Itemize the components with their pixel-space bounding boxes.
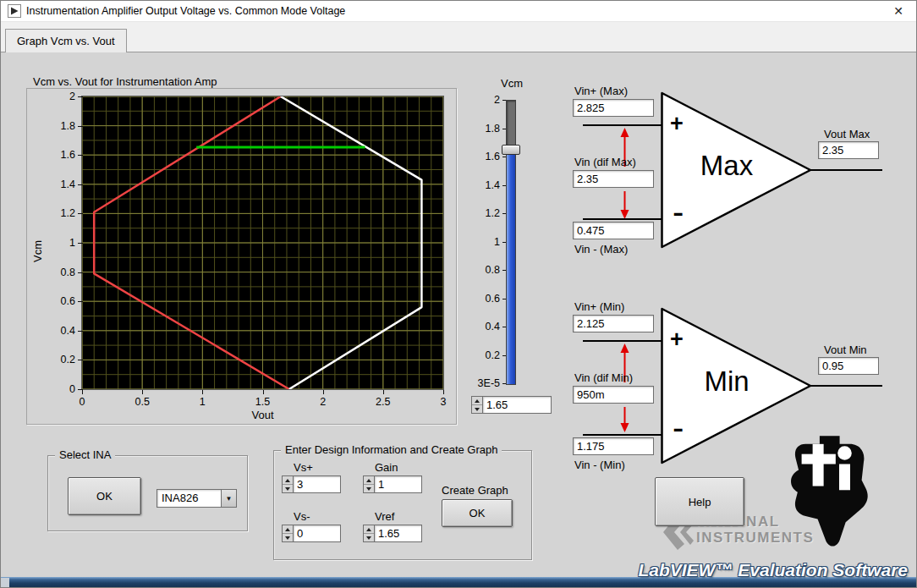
x-tick-label: 0 xyxy=(68,396,96,408)
y-tick-label: 1.4 xyxy=(35,179,75,191)
decrement-icon[interactable] xyxy=(283,534,293,541)
decrement-icon[interactable] xyxy=(283,485,293,492)
slider-tick-label: 1.4 xyxy=(464,179,500,192)
title-bar: Instrumentation Amplifier Output Voltage… xyxy=(1,1,916,22)
design-group: Enter Design Information and Create Grap… xyxy=(273,450,532,560)
close-icon[interactable]: ✕ xyxy=(887,3,909,19)
vin-plus-max-label: Vin+ (Max) xyxy=(574,85,628,97)
vin-dif-min-label: Vin (dif Min) xyxy=(574,371,633,384)
chart-svg xyxy=(82,96,443,389)
vs-plus-field[interactable]: 3 xyxy=(293,475,341,493)
help-button[interactable]: Help xyxy=(655,477,744,526)
plus-input-label: + xyxy=(670,328,684,351)
wire xyxy=(810,169,882,171)
vout-max-label: Vout Max xyxy=(824,128,870,140)
increment-icon[interactable] xyxy=(472,397,482,405)
gain-spinner xyxy=(363,475,374,493)
create-graph-ok-button[interactable]: OK xyxy=(442,499,513,527)
increment-icon[interactable] xyxy=(283,476,293,485)
vs-plus-label: Vs+ xyxy=(294,461,313,474)
select-ina-group-title: Select INA xyxy=(55,448,115,461)
vout-min-field: 0.95 xyxy=(818,357,879,375)
vin-plus-min-field: 2.125 xyxy=(573,315,654,332)
graph-plot-area xyxy=(81,96,444,390)
x-tick-label: 2 xyxy=(309,396,338,408)
ina-dropdown-value: INA826 xyxy=(157,490,221,507)
vcm-spinner xyxy=(471,396,482,414)
arrow-down-icon xyxy=(619,191,630,219)
max-amp-title: Max xyxy=(676,150,777,182)
design-group-title: Enter Design Information and Create Grap… xyxy=(281,443,502,456)
graph-title: Vcm vs. Vout for Instrumentation Amp xyxy=(33,75,217,88)
x-axis-label: Vout xyxy=(82,409,443,421)
vin-minus-max-field: 0.475 xyxy=(573,222,654,239)
vcm-numeric-control: 1.65 xyxy=(471,396,552,414)
decrement-icon[interactable] xyxy=(472,405,482,413)
vcm-slider-track[interactable] xyxy=(506,100,516,385)
ti-logo xyxy=(775,434,876,554)
arrow-down-icon xyxy=(619,407,630,432)
chevron-down-icon[interactable]: ▼ xyxy=(221,490,236,507)
vcm-slider-label: Vcm xyxy=(495,77,529,90)
vout-min-label: Vout Min xyxy=(824,343,867,356)
slider-tick-label: 0.8 xyxy=(464,264,500,277)
labview-eval-watermark: LabVIEW™ Evaluation Software xyxy=(593,560,913,580)
wire xyxy=(583,434,662,436)
x-tick-label: 1.5 xyxy=(249,396,277,408)
vin-minus-max-label: Vin - (Max) xyxy=(574,243,628,256)
x-tick-label: 0.5 xyxy=(128,396,156,408)
tab-label: Graph Vcm vs. Vout xyxy=(17,35,115,47)
y-tick-label: 0.6 xyxy=(35,295,75,308)
slider-tick-label: 1.8 xyxy=(464,123,500,135)
vin-minus-min-field: 1.175 xyxy=(573,437,654,455)
ina-dropdown[interactable]: INA826 ▼ xyxy=(156,489,237,508)
vref-field[interactable]: 1.65 xyxy=(374,525,422,542)
decrement-icon[interactable] xyxy=(364,534,374,541)
wire xyxy=(583,340,662,342)
vcm-slider-scale: 21.81.61.41.210.80.60.40.23E-5 xyxy=(464,100,500,396)
labview-icon xyxy=(8,4,21,18)
slider-tick-label: 0.6 xyxy=(464,293,500,305)
wire xyxy=(583,124,662,126)
vs-minus-control: 0 xyxy=(282,525,341,542)
min-amp-title: Min xyxy=(676,365,777,398)
vcm-slider-handle[interactable] xyxy=(502,145,520,155)
x-axis-ticks: 00.511.522.53 xyxy=(82,392,443,405)
app-window: Instrumentation Amplifier Output Voltage… xyxy=(0,0,917,588)
vs-minus-spinner xyxy=(282,525,293,542)
vref-spinner xyxy=(363,525,374,542)
increment-icon[interactable] xyxy=(364,476,374,485)
gain-control: 1 xyxy=(363,475,422,493)
plus-input-label: + xyxy=(670,113,684,135)
taskbar-fragment xyxy=(1,578,9,588)
vin-dif-min-field: 950m xyxy=(573,386,654,404)
vin-dif-max-label: Vin (dif Max) xyxy=(574,156,636,168)
select-ina-group: Select INA OK INA826 ▼ xyxy=(47,455,248,531)
wire xyxy=(810,385,882,387)
select-ina-ok-button[interactable]: OK xyxy=(68,477,141,515)
gain-field[interactable]: 1 xyxy=(374,475,422,493)
minus-input-label: - xyxy=(673,416,684,438)
vout-max-field: 2.35 xyxy=(818,141,879,159)
increment-icon[interactable] xyxy=(364,525,374,534)
y-tick-label: 1.2 xyxy=(35,207,75,220)
vs-minus-label: Vs- xyxy=(294,510,310,523)
y-tick-label: 0.4 xyxy=(35,325,75,338)
y-tick-label: 0.8 xyxy=(35,267,75,279)
x-tick-label: 3 xyxy=(429,396,458,408)
vin-dif-max-field: 2.35 xyxy=(573,170,654,188)
tab-graph-vcm-vs-vout[interactable]: Graph Vcm vs. Vout xyxy=(5,29,127,52)
vs-plus-control: 3 xyxy=(282,475,341,493)
window-title: Instrumentation Amplifier Output Voltage… xyxy=(26,5,345,17)
vref-control: 1.65 xyxy=(363,525,422,542)
increment-icon[interactable] xyxy=(283,525,293,534)
slider-min-label: 3E-5 xyxy=(464,377,500,390)
vin-minus-min-label: Vin - (Min) xyxy=(574,459,625,471)
tab-strip xyxy=(1,22,916,52)
vcm-value-field[interactable]: 1.65 xyxy=(482,396,552,414)
slider-tick-label: 0.2 xyxy=(464,349,500,362)
y-tick-label: 0 xyxy=(35,383,75,396)
vs-minus-field[interactable]: 0 xyxy=(293,525,341,542)
decrement-icon[interactable] xyxy=(364,485,374,492)
vs-plus-spinner xyxy=(282,475,293,493)
